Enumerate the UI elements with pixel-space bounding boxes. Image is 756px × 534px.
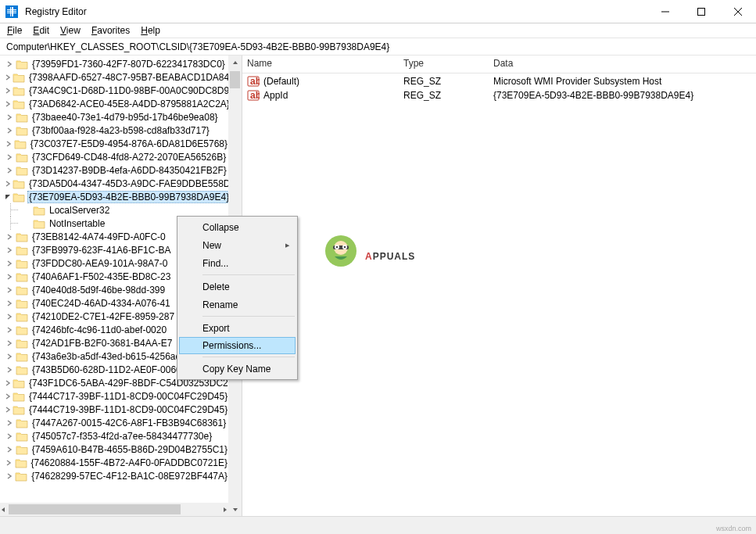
context-item[interactable]: Permissions... bbox=[179, 337, 296, 354]
content: {73959FD1-7360-42F7-807D-622341783DC0}{7… bbox=[0, 56, 756, 516]
scroll-left-button[interactable] bbox=[0, 503, 6, 516]
context-item[interactable]: Collapse bbox=[179, 218, 296, 236]
folder-icon bbox=[16, 431, 28, 442]
value-type: REG_SZ bbox=[399, 90, 489, 101]
folder-icon bbox=[16, 338, 28, 349]
menu-file[interactable]: File bbox=[2, 24, 27, 37]
folder-icon bbox=[15, 457, 27, 468]
scroll-right-button[interactable] bbox=[222, 503, 228, 516]
expand-icon[interactable] bbox=[5, 272, 14, 281]
tree-item[interactable]: {73DA5D04-4347-45D3-A9DC-FAE9DDBE558D} bbox=[0, 177, 228, 190]
tree-item[interactable]: {74628299-57EC-4F12-BA1C-08E972BF447A} bbox=[0, 469, 228, 482]
tree-item[interactable]: {73CFD649-CD48-4fd8-A272-2070EA56526B} bbox=[0, 150, 228, 163]
value-type: REG_SZ bbox=[399, 76, 489, 87]
tree-item[interactable]: {73D14237-B9DB-4efa-A6DD-84350421FB2F} bbox=[0, 163, 228, 177]
tree-item[interactable]: {73E709EA-5D93-4B2E-BBB0-99B7938DA9E4} bbox=[0, 190, 228, 203]
tree-item[interactable]: {7398AAFD-6527-48C7-95B7-BEABACD1DA84} bbox=[0, 70, 228, 84]
scroll-down-button[interactable] bbox=[228, 503, 242, 516]
list-row[interactable]: AppIdREG_SZ{73E709EA-5D93-4B2E-BBB0-99B7… bbox=[242, 88, 756, 102]
collapse-icon[interactable] bbox=[5, 192, 11, 202]
value-name: (Default) bbox=[263, 76, 299, 87]
expand-icon[interactable] bbox=[5, 471, 13, 481]
tree-item[interactable]: {7444C719-39BF-11D1-8CD9-00C04FC29D45} bbox=[0, 403, 228, 416]
tree-item-label: {74246bfc-4c96-11d0-abef-0020 bbox=[31, 324, 167, 335]
scroll-track-h[interactable] bbox=[6, 503, 222, 516]
tree-item[interactable]: {745057c7-f353-4f2d-a7ee-58434477730e} bbox=[0, 429, 228, 443]
context-item[interactable]: Delete bbox=[179, 278, 296, 296]
maximize-button[interactable] bbox=[683, 0, 719, 23]
value-data: Microsoft WMI Provider Subsystem Host bbox=[489, 76, 756, 87]
context-item[interactable]: New bbox=[179, 236, 296, 254]
tree-item[interactable]: {74620884-155F-4B72-A4F0-0FADDBC0721E} bbox=[0, 456, 228, 469]
folder-icon bbox=[16, 418, 28, 428]
expand-icon[interactable] bbox=[5, 445, 14, 454]
expand-icon[interactable] bbox=[5, 126, 14, 135]
tree-item[interactable]: {7459A610-B47B-4655-B86D-29D04B2755C1} bbox=[0, 443, 228, 456]
expand-icon[interactable] bbox=[5, 378, 11, 388]
col-name[interactable]: Name bbox=[242, 56, 399, 73]
menu-view[interactable]: View bbox=[55, 24, 86, 37]
expand-icon[interactable] bbox=[5, 432, 14, 441]
close-button[interactable] bbox=[719, 0, 756, 23]
expand-icon[interactable] bbox=[5, 299, 14, 308]
expand-icon[interactable] bbox=[5, 285, 14, 295]
col-type[interactable]: Type bbox=[399, 56, 489, 73]
folder-icon bbox=[13, 378, 25, 389]
expand-icon[interactable] bbox=[5, 352, 14, 361]
scroll-up-button[interactable] bbox=[228, 56, 242, 69]
expand-icon[interactable] bbox=[5, 99, 11, 109]
tree-hscrollbar[interactable] bbox=[0, 503, 228, 516]
menu-favorites[interactable]: Favorites bbox=[86, 24, 135, 37]
tree-item-label: {7459A610-B47B-4655-B86D-29D04B2755C1} bbox=[31, 444, 228, 455]
scroll-thumb-h[interactable] bbox=[9, 504, 181, 514]
tree-item[interactable]: LocalServer32 bbox=[0, 203, 228, 217]
tree-item[interactable]: {73bf00aa-f928-4a23-b598-cd8afb33d717} bbox=[0, 124, 228, 137]
expand-icon[interactable] bbox=[5, 86, 11, 95]
col-data[interactable]: Data bbox=[489, 56, 756, 73]
tree-item[interactable]: {73A4C9C1-D68D-11D0-98BF-00A0C90DC8D9} bbox=[0, 84, 228, 97]
context-item[interactable]: Rename bbox=[179, 296, 296, 314]
expand-icon[interactable] bbox=[5, 139, 13, 149]
tree-item[interactable]: {73baee40-73e1-4d79-b95d-17b46be9ea08} bbox=[0, 110, 228, 124]
folder-icon bbox=[16, 311, 28, 322]
tree-item[interactable]: {73C037E7-E5D9-4954-876A-6DA81D6E5768} bbox=[0, 137, 228, 150]
list-rows[interactable]: (Default)REG_SZMicrosoft WMI Provider Su… bbox=[242, 73, 756, 102]
folder-icon bbox=[16, 258, 28, 269]
expand-icon[interactable] bbox=[5, 418, 14, 428]
expand-icon[interactable] bbox=[5, 245, 14, 255]
folder-icon bbox=[13, 178, 25, 189]
menu-help[interactable]: Help bbox=[135, 24, 166, 37]
expand-icon[interactable] bbox=[5, 232, 14, 242]
expand-icon[interactable] bbox=[5, 405, 11, 414]
menu-edit[interactable]: Edit bbox=[27, 24, 55, 37]
expand-icon[interactable] bbox=[5, 259, 14, 268]
expand-icon[interactable] bbox=[5, 392, 11, 401]
context-item[interactable]: Find... bbox=[179, 254, 296, 272]
expand-icon[interactable] bbox=[5, 166, 14, 175]
context-item[interactable]: Export bbox=[179, 319, 296, 337]
tree-item[interactable]: {73AD6842-ACE0-45E8-A4DD-8795881A2C2A} bbox=[0, 97, 228, 110]
tree-item-label: {7398AAFD-6527-48C7-95B7-BEABACD1DA84} bbox=[28, 72, 228, 83]
expand-icon[interactable] bbox=[5, 73, 11, 82]
expand-icon[interactable] bbox=[5, 458, 13, 468]
folder-icon bbox=[16, 165, 28, 176]
expand-icon[interactable] bbox=[5, 312, 14, 321]
expand-icon[interactable] bbox=[5, 179, 11, 188]
tree-item[interactable]: {73959FD1-7360-42F7-807D-622341783DC0} bbox=[0, 57, 228, 70]
expand-icon[interactable] bbox=[5, 339, 14, 348]
expand-icon[interactable] bbox=[5, 152, 14, 162]
expand-icon[interactable] bbox=[5, 325, 14, 335]
folder-icon bbox=[15, 471, 27, 482]
list-row[interactable]: (Default)REG_SZMicrosoft WMI Provider Su… bbox=[242, 74, 756, 88]
context-item[interactable]: Copy Key Name bbox=[179, 360, 296, 378]
list-pane: Name Type Data (Default)REG_SZMicrosoft … bbox=[242, 56, 756, 516]
tree-item[interactable]: {7447A267-0015-42C6-A8F1-FB3B94C68361} bbox=[0, 416, 228, 429]
expand-icon[interactable] bbox=[5, 365, 14, 375]
minimize-button[interactable] bbox=[647, 0, 683, 23]
expand-icon[interactable] bbox=[5, 113, 14, 122]
tree-item-label: {73FB9979-623F-41A6-BF1C-BA bbox=[31, 245, 171, 256]
scroll-thumb-v[interactable] bbox=[230, 71, 240, 88]
address-input[interactable] bbox=[5, 40, 751, 54]
tree-item[interactable]: {7444C717-39BF-11D1-8CD9-00C04FC29D45} bbox=[0, 389, 228, 403]
expand-icon[interactable] bbox=[5, 59, 14, 69]
